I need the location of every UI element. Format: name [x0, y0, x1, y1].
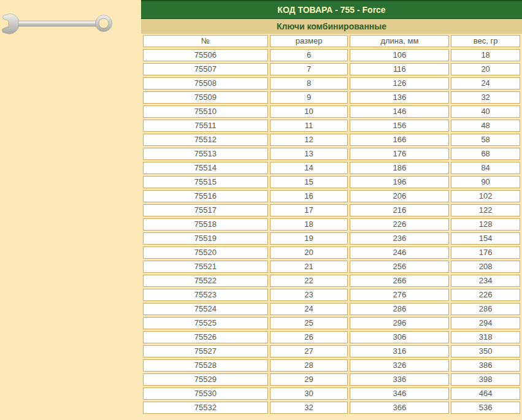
table-row: 755121216658	[143, 134, 520, 146]
table-cell: 15	[270, 176, 348, 188]
table-cell: 216	[350, 204, 449, 216]
table-cell: 75527	[143, 345, 268, 357]
table-cell: 176	[350, 148, 449, 160]
table-cell: 75514	[143, 162, 268, 174]
table-cell: 26	[270, 331, 348, 343]
table-cell: 22	[270, 275, 348, 287]
table-row: 7552020246176	[143, 246, 520, 259]
table-row: 755141418684	[143, 162, 520, 174]
table-cell: 75510	[143, 105, 268, 118]
table-cell: 536	[451, 402, 520, 414]
table-cell: 75511	[143, 120, 268, 132]
table-cell: 75523	[143, 289, 268, 301]
column-header-size: размер	[270, 35, 348, 47]
table-cell: 18	[451, 49, 520, 61]
category-header: Ключи комбинированные	[141, 19, 522, 34]
table-row: 75507711620	[143, 63, 520, 75]
table-cell: 286	[350, 303, 449, 315]
column-header-length: длина, мм	[350, 35, 449, 47]
table-cell: 6	[270, 49, 348, 61]
table-cell: 7	[270, 63, 348, 75]
category-title: Ключи комбинированные	[277, 21, 386, 31]
table-cell: 20	[270, 246, 348, 259]
table-cell: 206	[350, 190, 449, 202]
table-cell: 75528	[143, 359, 268, 372]
table-row: 7552727316350	[143, 345, 520, 357]
table-cell: 75521	[143, 261, 268, 273]
table-cell: 136	[350, 91, 449, 104]
table-cell: 75518	[143, 218, 268, 231]
table-cell: 326	[350, 359, 449, 372]
table-row: 75508812624	[143, 77, 520, 90]
table-row: 7552222266234	[143, 275, 520, 287]
table-cell: 398	[451, 373, 520, 386]
table-cell: 318	[451, 331, 520, 343]
table-cell: 286	[451, 303, 520, 315]
table-row: 755101014640	[143, 105, 520, 118]
product-image-pane	[0, 0, 141, 420]
table-cell: 346	[350, 388, 449, 400]
table-cell: 13	[270, 148, 348, 160]
table-row: 755151519690	[143, 176, 520, 188]
table-cell: 75513	[143, 148, 268, 160]
table-cell: 464	[451, 388, 520, 400]
table-cell: 16	[270, 190, 348, 202]
table-cell: 12	[270, 134, 348, 146]
table-cell: 24	[270, 303, 348, 315]
table-cell: 246	[350, 246, 449, 259]
table-cell: 208	[451, 261, 520, 273]
table-cell: 128	[451, 218, 520, 231]
table-cell: 75506	[143, 49, 268, 61]
table-body: 7550661061875507711620755088126247550991…	[143, 49, 520, 414]
table-row: 7552424286286	[143, 303, 520, 315]
table-cell: 226	[350, 218, 449, 231]
table-cell: 294	[451, 317, 520, 329]
table-cell: 90	[451, 176, 520, 188]
table-cell: 266	[350, 275, 449, 287]
table-cell: 75516	[143, 190, 268, 202]
table-cell: 236	[350, 232, 449, 245]
table-cell: 9	[270, 91, 348, 104]
table-cell: 8	[270, 77, 348, 90]
table-cell: 166	[350, 134, 449, 146]
table-cell: 386	[451, 359, 520, 372]
table-cell: 75530	[143, 388, 268, 400]
table-cell: 75515	[143, 176, 268, 188]
table-cell: 366	[350, 402, 449, 414]
table-row: 7551919236154	[143, 232, 520, 245]
table-cell: 102	[451, 190, 520, 202]
table-cell: 276	[350, 289, 449, 301]
table-cell: 18	[270, 218, 348, 231]
table-cell: 75512	[143, 134, 268, 146]
table-cell: 126	[350, 77, 449, 90]
table-cell: 17	[270, 204, 348, 216]
table-cell: 75517	[143, 204, 268, 216]
column-header-number: №	[143, 35, 268, 47]
table-cell: 24	[451, 77, 520, 90]
table-cell: 154	[451, 232, 520, 245]
table-row: 75506610618	[143, 49, 520, 61]
table-cell: 336	[350, 373, 449, 386]
table-cell: 196	[350, 176, 449, 188]
table-cell: 186	[350, 162, 449, 174]
table-cell: 11	[270, 120, 348, 132]
table-cell: 75532	[143, 402, 268, 414]
table-cell: 29	[270, 373, 348, 386]
table-row: 7552525296294	[143, 317, 520, 329]
table-cell: 75520	[143, 246, 268, 259]
table-cell: 75522	[143, 275, 268, 287]
table-cell: 350	[451, 345, 520, 357]
table-cell: 23	[270, 289, 348, 301]
table-cell: 30	[270, 388, 348, 400]
table-row: 75509913632	[143, 91, 520, 104]
column-header-weight: вес, гр	[451, 35, 520, 47]
table-cell: 226	[451, 289, 520, 301]
table-cell: 106	[350, 49, 449, 61]
table-cell: 75524	[143, 303, 268, 315]
table-row: 7552929336398	[143, 373, 520, 386]
table-cell: 176	[451, 246, 520, 259]
table-cell: 84	[451, 162, 520, 174]
page: КОД ТОВАРА - 755 - Force Ключи комбиниро…	[0, 0, 522, 420]
table-cell: 306	[350, 331, 449, 343]
table-cell: 32	[451, 91, 520, 104]
